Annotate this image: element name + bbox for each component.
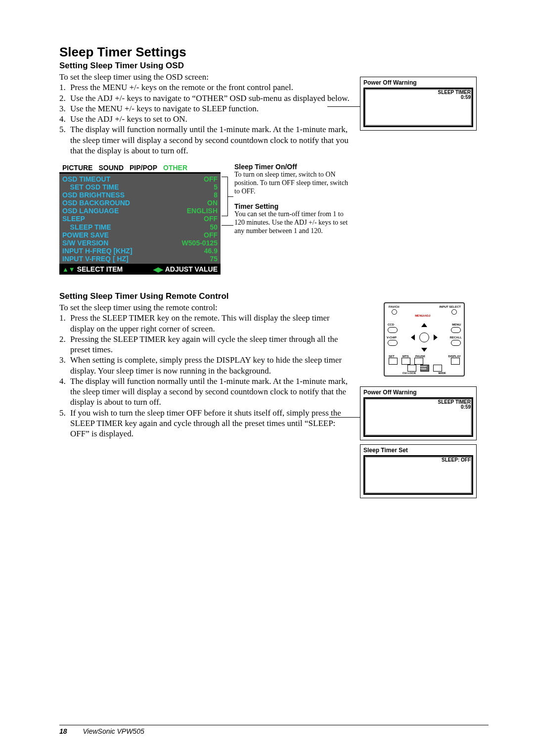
down-arrow-icon <box>421 348 427 352</box>
tv2-title: Power Off Warning <box>363 389 473 396</box>
s2-step5: If you wish to turn the sleep timer OFF … <box>70 408 351 439</box>
s1-step5: The display will function normally until… <box>70 124 351 156</box>
s2-step2: Pressing the SLEEP TIMER key again will … <box>70 334 351 355</box>
s2-step3: When setting is complete, simply press t… <box>70 355 351 376</box>
input-select-button <box>451 309 457 315</box>
osd-tab-pippop: PIP/POP <box>130 164 157 172</box>
power-off-warning-box: Power Off Warning SLEEP TIMER 0:59 <box>360 77 477 131</box>
remote-control-illustration: FAV/CH INPUT SELECT MENU/ADJ CCD MENU V-… <box>384 302 465 377</box>
updown-arrow-icon: ▲▼ <box>62 266 75 273</box>
s1-step3: Use the MENU +/- keys to navigate to SLE… <box>70 103 351 114</box>
sleep-timer-set-box: Sleep Timer Set SLEEP: OFF <box>360 444 477 498</box>
chlock-button <box>407 365 416 372</box>
product-name: ViewSonic VPW505 <box>83 727 144 735</box>
favch-button <box>392 309 397 315</box>
leftright-arrow-icon: ◀▶ <box>153 266 163 273</box>
recall-button <box>451 340 461 346</box>
s1-step1: Press the MENU +/- keys on the remote or… <box>70 82 351 93</box>
menu-button <box>451 327 461 333</box>
osd-tab-sound: SOUND <box>98 164 124 172</box>
osd-tab-other: OTHER <box>163 164 187 172</box>
page-number: 18 <box>59 727 67 735</box>
right-arrow-icon <box>434 334 438 340</box>
ccd-button <box>388 327 398 333</box>
up-arrow-icon <box>421 323 427 327</box>
s1-step4: Use the ADJ +/- keys to set to ON. <box>70 114 351 124</box>
section2-intro: To set the sleep timer using the remote … <box>59 302 351 313</box>
tv3-line: SLEEP: OFF <box>442 458 471 463</box>
note1-body: To turn on sleep timer, switch to ON pos… <box>234 171 348 195</box>
tv3-title: Sleep Timer Set <box>363 447 473 454</box>
page-title: Sleep Timer Settings <box>59 45 489 60</box>
mts-button <box>401 358 410 365</box>
left-arrow-icon <box>411 334 415 340</box>
pause-button <box>414 358 423 365</box>
tv1-line2: 0:59 <box>438 95 471 100</box>
section2-heading: Setting Sleep Timer Using Remote Control <box>59 291 489 301</box>
s2-step1: Press the SLEEP TIMER key on the remote.… <box>70 313 351 334</box>
display-button <box>451 358 460 365</box>
center-button <box>419 332 429 342</box>
tv1-title: Power Off Warning <box>363 79 473 86</box>
page-footer: 18 ViewSonic VPW505 <box>0 725 534 735</box>
osd-menu: PICTURE SOUND PIP/POP OTHER OSD TIMEOUTO… <box>59 163 221 275</box>
section1-heading: Setting Sleep Timer Using OSD <box>59 61 489 71</box>
osd-tab-picture: PICTURE <box>62 164 92 172</box>
power-off-warning-box-2: Power Off Warning SLEEP TIMER 0:59 <box>360 386 477 440</box>
wide-button <box>433 365 442 372</box>
tv2-line2: 0:59 <box>438 405 471 410</box>
s2-step4: The display will function normally until… <box>70 376 351 408</box>
set-button <box>389 358 398 365</box>
s1-step2: Use the ADJ +/- keys to navigate to “OTH… <box>70 93 351 103</box>
note2-title: Timer Setting <box>234 202 348 210</box>
section1-intro: To set the sleep timer using the OSD scr… <box>59 72 351 82</box>
vchip-button <box>388 340 398 346</box>
note2-body: You can set the turn-off timer from 1 to… <box>234 210 348 235</box>
note1-title: Sleep Timer On/Off <box>234 163 348 171</box>
